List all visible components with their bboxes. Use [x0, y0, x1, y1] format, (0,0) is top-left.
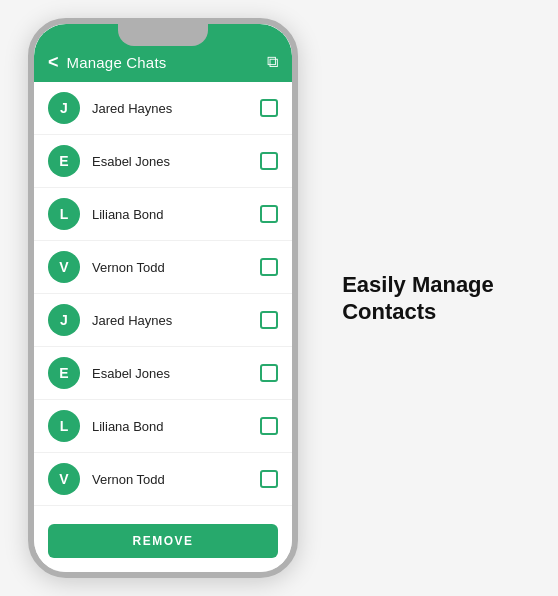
avatar: L [48, 198, 80, 230]
contact-item[interactable]: JJared Haynes [34, 82, 292, 135]
contact-checkbox[interactable] [260, 258, 278, 276]
promo-text: Easily Manage Contacts [342, 271, 494, 326]
remove-bar: REMOVE [34, 514, 292, 572]
promo-section: Easily Manage Contacts [298, 271, 558, 326]
contact-item[interactable]: VVernon Todd [34, 241, 292, 294]
contact-checkbox[interactable] [260, 470, 278, 488]
phone-mockup: < Manage Chats ⧉ JJared HaynesEEsabel Jo… [28, 18, 298, 578]
contact-name: Liliana Bond [92, 419, 260, 434]
contact-checkbox[interactable] [260, 311, 278, 329]
contact-item[interactable]: LLiliana Bond [34, 188, 292, 241]
avatar: E [48, 145, 80, 177]
contact-item[interactable]: EEsabel Jones [34, 347, 292, 400]
remove-button[interactable]: REMOVE [48, 524, 278, 558]
contact-checkbox[interactable] [260, 152, 278, 170]
avatar: L [48, 410, 80, 442]
contact-item[interactable]: VVernon Todd [34, 453, 292, 506]
contact-checkbox[interactable] [260, 364, 278, 382]
avatar: E [48, 357, 80, 389]
avatar: V [48, 463, 80, 495]
promo-line1: Easily Manage [342, 272, 494, 297]
contact-item[interactable]: LLiliana Bond [34, 400, 292, 453]
phone-screen: < Manage Chats ⧉ JJared HaynesEEsabel Jo… [34, 24, 292, 572]
phone-notch [118, 24, 208, 46]
page-wrapper: < Manage Chats ⧉ JJared HaynesEEsabel Jo… [0, 0, 558, 596]
avatar: V [48, 251, 80, 283]
contact-item[interactable]: EEsabel Jones [34, 135, 292, 188]
contact-name: Vernon Todd [92, 260, 260, 275]
contact-name: Esabel Jones [92, 366, 260, 381]
header-left: < Manage Chats [48, 53, 166, 71]
contact-name: Vernon Todd [92, 472, 260, 487]
contact-name: Jared Haynes [92, 101, 260, 116]
contact-checkbox[interactable] [260, 99, 278, 117]
copy-icon[interactable]: ⧉ [267, 53, 278, 71]
back-icon[interactable]: < [48, 53, 59, 71]
contact-checkbox[interactable] [260, 205, 278, 223]
avatar: J [48, 92, 80, 124]
contact-list: JJared HaynesEEsabel JonesLLiliana BondV… [34, 82, 292, 514]
header-title: Manage Chats [67, 54, 167, 71]
contact-name: Jared Haynes [92, 313, 260, 328]
contact-item[interactable]: JJared Haynes [34, 294, 292, 347]
contact-name: Liliana Bond [92, 207, 260, 222]
promo-line2: Contacts [342, 299, 436, 324]
avatar: J [48, 304, 80, 336]
contact-checkbox[interactable] [260, 417, 278, 435]
contact-name: Esabel Jones [92, 154, 260, 169]
